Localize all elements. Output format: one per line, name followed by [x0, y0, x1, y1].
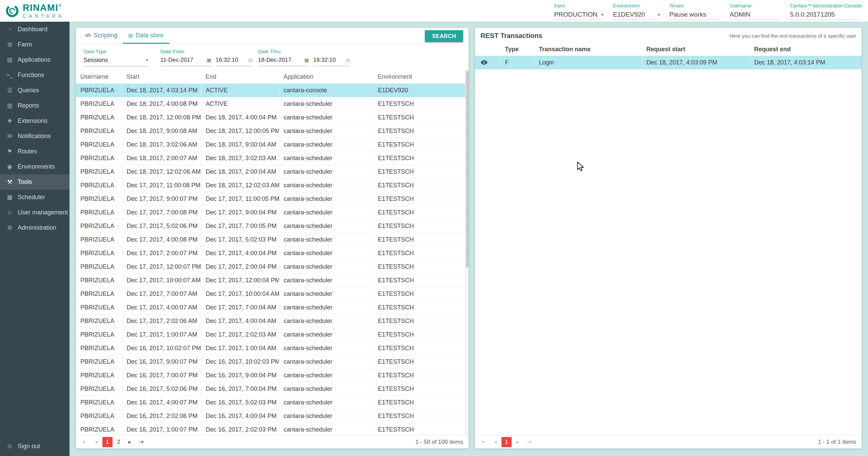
session-row[interactable]: PBRIZUELADec 18, 2017, 2:00:07 AMDec 18,…: [76, 151, 465, 165]
session-row[interactable]: PBRIZUELADec 17, 2017, 2:02:06 AMDec 17,…: [76, 314, 465, 328]
column-header-username[interactable]: Username: [76, 71, 122, 83]
session-row[interactable]: PBRIZUELADec 18, 2017, 4:03:14 PMACTIVEc…: [76, 83, 465, 97]
main-content: </> Scripting ▤ Data store SEARCH Data T…: [70, 22, 868, 456]
session-row[interactable]: PBRIZUELADec 17, 2017, 7:00:07 AMDec 17,…: [76, 287, 465, 301]
next-page-button[interactable]: ▸: [125, 437, 135, 447]
cell: E1TESTSCH: [373, 328, 465, 341]
cell: cantara-scheduler: [279, 165, 373, 178]
cell: Dec 18, 2017, 4:00:08 PM: [122, 97, 201, 111]
session-row[interactable]: PBRIZUELADec 18, 2017, 3:02:06 AMDec 18,…: [76, 138, 465, 151]
sidebar-item-scheduler[interactable]: ▦Scheduler: [0, 190, 70, 205]
cell: cantara-scheduler: [279, 151, 373, 165]
cell: PBRIZUELA: [76, 355, 122, 368]
sidebar-item-applications[interactable]: ▤Applications: [0, 52, 70, 68]
farm-select[interactable]: FarmPRODUCTION▾: [554, 3, 604, 20]
column-header-start[interactable]: Start: [122, 71, 201, 83]
session-row[interactable]: PBRIZUELADec 17, 2017, 4:00:07 AMDec 17,…: [76, 301, 465, 314]
console-version: Cantara™ Administration Console5.0.0.201…: [790, 3, 862, 20]
cell: E1TESTSCH: [373, 138, 465, 151]
session-row[interactable]: PBRIZUELADec 18, 2017, 9:00:08 AMDec 18,…: [76, 124, 465, 138]
calendar-icon[interactable]: ▦: [304, 57, 309, 63]
sidebar-item-label: Farm: [18, 41, 32, 48]
session-row[interactable]: PBRIZUELADec 18, 2017, 12:02:06 AMDec 18…: [76, 165, 465, 178]
last-page-button[interactable]: ⇥: [136, 437, 146, 447]
farm-select-value[interactable]: PRODUCTION▾: [554, 11, 604, 20]
page-1-button[interactable]: 1: [501, 437, 512, 447]
page-2-button[interactable]: 2: [114, 437, 124, 447]
calendar-icon[interactable]: ▦: [207, 57, 211, 63]
session-row[interactable]: PBRIZUELADec 18, 2017, 12:00:08 PMDec 18…: [76, 111, 465, 124]
user-management-icon: ☺: [5, 209, 14, 216]
sidebar-item-extensions[interactable]: ❖Extensions: [0, 113, 70, 129]
sidebar-item-sign-out[interactable]: ⊙ Sign out: [0, 439, 70, 454]
time-thru-input[interactable]: 16:32:10 ◷: [313, 57, 350, 66]
search-button[interactable]: SEARCH: [425, 30, 463, 42]
column-header-transaction-name[interactable]: Transaction name: [534, 43, 642, 56]
sidebar-item-tools[interactable]: ⚒Tools: [0, 174, 70, 190]
clock-icon[interactable]: ◷: [248, 57, 252, 63]
session-row[interactable]: PBRIZUELADec 16, 2017, 9:00:07 PMDec 16,…: [76, 355, 465, 368]
session-row[interactable]: PBRIZUELADec 16, 2017, 1:00:07 PMDec 16,…: [76, 423, 465, 435]
session-row[interactable]: PBRIZUELADec 17, 2017, 2:00:07 PMDec 17,…: [76, 246, 465, 260]
page-1-button[interactable]: 1: [102, 437, 113, 447]
tab-scripting[interactable]: </> Scripting: [79, 28, 123, 44]
cell: Dec 17, 2017, 1:00:04 AM: [201, 341, 279, 355]
date-from-input[interactable]: 11-Dec-2017 ▦: [160, 57, 211, 66]
cell: Dec 16, 2017, 9:00:07 PM: [122, 355, 201, 368]
power-icon: ⊙: [5, 443, 14, 450]
tenant-value-value: Pause works: [669, 11, 720, 20]
eye-icon[interactable]: [480, 59, 488, 66]
sidebar-item-routes[interactable]: ⚑Routes: [0, 144, 70, 159]
session-row[interactable]: PBRIZUELADec 17, 2017, 9:00:07 PMDec 17,…: [76, 192, 465, 206]
session-row[interactable]: PBRIZUELADec 16, 2017, 2:02:06 PMDec 16,…: [76, 409, 465, 423]
clock-icon[interactable]: ◷: [346, 57, 350, 63]
column-header-request-end[interactable]: Request end: [750, 43, 862, 56]
sidebar-item-queries[interactable]: ☰Queries: [0, 83, 70, 98]
session-row[interactable]: PBRIZUELADec 17, 2017, 12:00:07 PMDec 17…: [76, 260, 465, 273]
session-row[interactable]: PBRIZUELADec 17, 2017, 10:00:07 AMDec 17…: [76, 273, 465, 287]
date-thru-input[interactable]: 18-Dec-2017 ▦: [258, 57, 309, 66]
session-row[interactable]: PBRIZUELADec 18, 2017, 4:00:08 PMACTIVEc…: [76, 97, 465, 111]
sidebar-item-administration[interactable]: ⚙Administration: [0, 220, 70, 235]
vertical-scrollbar[interactable]: [465, 71, 469, 435]
cell: Dec 17, 2017, 11:00:05 PM: [201, 192, 279, 206]
session-row[interactable]: PBRIZUELADec 17, 2017, 5:02:06 PMDec 17,…: [76, 219, 465, 233]
tab-data-store[interactable]: ▤ Data store: [123, 28, 169, 44]
session-row[interactable]: PBRIZUELADec 16, 2017, 7:00:07 PMDec 16,…: [76, 368, 465, 382]
environment-select[interactable]: EnvironmentE1DEV920▾: [613, 3, 660, 20]
column-header-end[interactable]: End: [201, 71, 279, 83]
sidebar-item-label: Applications: [18, 56, 51, 63]
session-row[interactable]: PBRIZUELADec 17, 2017, 4:00:08 PMDec 17,…: [76, 233, 465, 246]
sidebar-item-farm[interactable]: ⊞Farm: [0, 37, 70, 52]
data-type-select[interactable]: Sessions ▾: [83, 57, 148, 66]
transaction-row[interactable]: FLoginDec 18, 2017, 4:03:09 PMDec 18, 20…: [475, 56, 862, 69]
environment-select-value[interactable]: E1DEV920▾: [613, 11, 660, 20]
value-text: Pause works: [669, 11, 706, 18]
session-row[interactable]: PBRIZUELADec 16, 2017, 5:02:06 PMDec 16,…: [76, 382, 465, 396]
sidebar-item-notifications[interactable]: ✉Notifications: [0, 129, 70, 144]
column-header-type[interactable]: Type: [500, 43, 534, 56]
sidebar-item-environments[interactable]: ◉Environments: [0, 159, 70, 174]
value-text: E1DEV920: [613, 11, 645, 18]
cell: Dec 18, 2017, 3:02:06 AM: [122, 138, 201, 151]
view-transaction-cell[interactable]: [475, 56, 500, 69]
sidebar-item-reports[interactable]: ▥Reports: [0, 98, 70, 113]
session-row[interactable]: PBRIZUELADec 17, 2017, 11:00:08 PMDec 18…: [76, 178, 465, 192]
session-row[interactable]: PBRIZUELADec 16, 2017, 4:00:07 PMDec 16,…: [76, 396, 465, 409]
session-row[interactable]: PBRIZUELADec 16, 2017, 10:02:07 PMDec 17…: [76, 341, 465, 355]
column-header-application[interactable]: Application: [279, 71, 373, 83]
scrollbar-thumb[interactable]: [466, 71, 469, 267]
date-from-value: 11-Dec-2017: [160, 57, 193, 63]
sidebar-item-dashboard[interactable]: ◔Dashboard: [0, 22, 70, 37]
cell: Dec 17, 2017, 4:00:04 AM: [201, 314, 279, 328]
column-header-request-start[interactable]: Request start: [642, 43, 750, 56]
environment-select-label: Environment: [613, 3, 660, 8]
sessions-table-header-row: UsernameStartEndApplicationEnvironment: [76, 71, 465, 83]
session-row[interactable]: PBRIZUELADec 17, 2017, 7:00:08 PMDec 17,…: [76, 206, 465, 219]
cell: Dec 17, 2017, 7:00:08 PM: [122, 206, 201, 219]
time-from-input[interactable]: 16:32:10 ◷: [216, 57, 252, 66]
sidebar-item-user-management[interactable]: ☺User management: [0, 205, 70, 220]
session-row[interactable]: PBRIZUELADec 17, 2017, 1:00:07 AMDec 17,…: [76, 328, 465, 341]
column-header-environment[interactable]: Environment: [373, 71, 465, 83]
sidebar-item-functions[interactable]: >_Functions: [0, 68, 70, 83]
